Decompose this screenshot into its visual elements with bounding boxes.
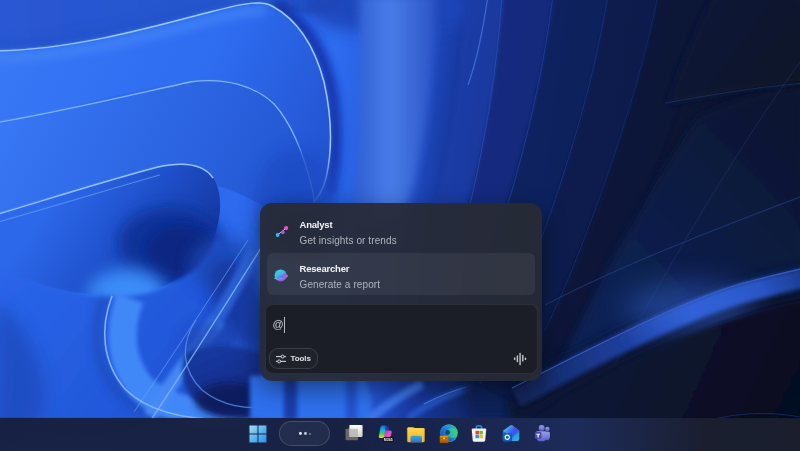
svg-text:M365: M365 [384, 437, 393, 441]
